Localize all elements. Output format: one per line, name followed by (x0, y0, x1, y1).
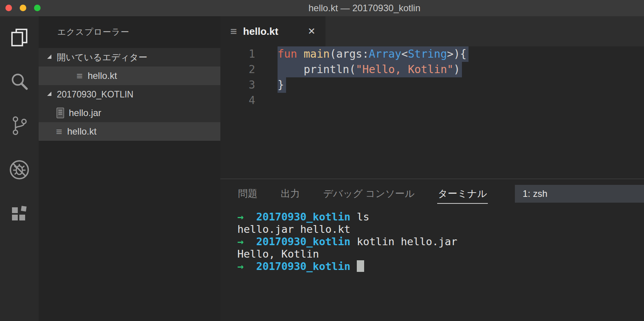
activitybar-source-control[interactable] (0, 104, 39, 149)
terminal-output[interactable]: → 20170930_kotlin lshello.jar hello.kt→ … (220, 208, 644, 273)
code-line (278, 93, 469, 108)
tree-item-label: 20170930_KOTLIN (57, 89, 133, 100)
terminal-line: → 20170930_kotlin (237, 260, 644, 273)
code-line: println("Hello, Kotlin") (278, 62, 469, 77)
zoom-window-button[interactable] (34, 5, 41, 11)
line-numbers: 1234 (220, 46, 255, 179)
shell-select-value: 1: zsh (523, 188, 547, 199)
code-editor[interactable]: 1234 fun main(args:Array<String>){ print… (220, 46, 644, 179)
tree-item-4[interactable]: ≡hello.kt (39, 122, 220, 141)
activitybar-extensions[interactable] (0, 193, 39, 237)
line-number: 2 (220, 62, 255, 77)
terminal-line: Hello, Kotlin (237, 248, 644, 260)
files-icon (9, 27, 29, 49)
extensions-icon (10, 204, 29, 225)
twistie-expanded-icon (47, 55, 51, 59)
tree-item-3[interactable]: hello.jar (39, 104, 220, 122)
close-window-button[interactable] (5, 5, 12, 11)
panel-tab-2[interactable]: デバッグ コンソール (322, 184, 416, 204)
kt-file-icon: ≡ (230, 26, 237, 37)
tree-item-label: hello.kt (67, 126, 97, 137)
kt-file-icon: ≡ (77, 71, 83, 81)
code-lines: fun main(args:Array<String>){ println("H… (278, 46, 469, 179)
minimize-window-button[interactable] (20, 5, 26, 11)
twistie-expanded-icon (47, 92, 51, 96)
tree-section-0[interactable]: 開いているエディター (39, 48, 220, 67)
line-number: 4 (220, 93, 255, 108)
activitybar-explorer[interactable] (0, 16, 39, 60)
editor-tab-bar: ≡ hello.kt ✕ (220, 16, 644, 46)
panel-tabs: 問題出力デバッグ コンソールターミナル (237, 184, 488, 204)
tree-item-label: hello.kt (88, 70, 117, 81)
kt-file-icon: ≡ (56, 126, 62, 137)
window-title: hello.kt — 20170930_kotlin (308, 0, 421, 16)
panel-tab-0[interactable]: 問題 (237, 184, 258, 204)
close-tab-icon[interactable]: ✕ (308, 26, 315, 37)
debug-disabled-icon (9, 159, 30, 182)
tree-item-label: hello.jar (69, 108, 101, 118)
git-branch-icon (9, 116, 29, 137)
tab-hello-kt[interactable]: ≡ hello.kt ✕ (220, 16, 325, 46)
bottom-panel: 問題出力デバッグ コンソールターミナル 1: zsh → 20170930_ko… (220, 179, 644, 321)
jar-file-icon (56, 108, 65, 118)
code-line: } (278, 77, 469, 93)
sidebar-title: エクスプローラー (39, 16, 220, 48)
tree-item-1[interactable]: ≡hello.kt (39, 67, 220, 85)
editor-pane: ≡ hello.kt ✕ 1234 fun main(args:Array<St… (220, 16, 644, 321)
line-number: 1 (220, 46, 255, 62)
line-number: 3 (220, 77, 255, 93)
activitybar-search[interactable] (0, 60, 39, 104)
sidebar-rows: 開いているエディター≡hello.kt20170930_KOTLINhello.… (39, 48, 220, 141)
tree-item-label: 開いているエディター (57, 51, 147, 63)
search-icon (9, 72, 29, 93)
panel-tab-1[interactable]: 出力 (280, 184, 301, 204)
traffic-lights (5, 5, 41, 11)
tree-section-2[interactable]: 20170930_KOTLIN (39, 85, 220, 104)
vscode-window: hello.kt — 20170930_kotlin (0, 0, 644, 321)
activity-bar (0, 16, 39, 321)
titlebar: hello.kt — 20170930_kotlin (0, 0, 644, 16)
code-line: fun main(args:Array<String>){ (278, 46, 469, 62)
explorer-sidebar: エクスプローラー 開いているエディター≡hello.kt20170930_KOT… (39, 16, 220, 321)
tab-label: hello.kt (243, 26, 278, 38)
activitybar-debug[interactable] (0, 149, 39, 193)
terminal-line: → 20170930_kotlin kotlin hello.jar (237, 236, 644, 248)
terminal-cursor (357, 260, 364, 272)
terminal-shell-select[interactable]: 1: zsh (515, 185, 644, 203)
panel-tab-3[interactable]: ターミナル (437, 184, 488, 204)
terminal-line: → 20170930_kotlin ls (237, 211, 644, 223)
terminal-line: hello.jar hello.kt (237, 223, 644, 236)
